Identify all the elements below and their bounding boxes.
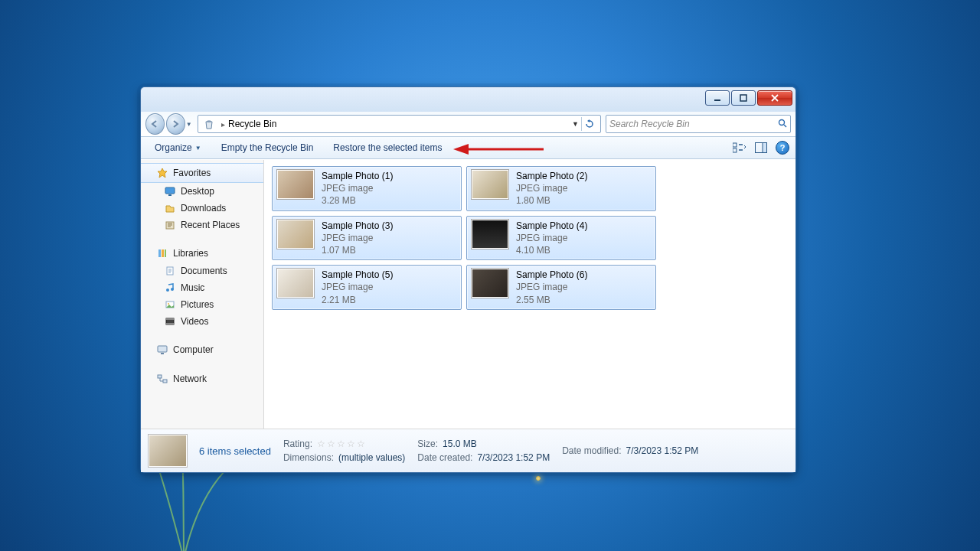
star-icon xyxy=(156,167,168,179)
address-bar[interactable]: ▸ Recycle Bin ▼ xyxy=(198,115,601,133)
maximize-icon xyxy=(740,94,747,102)
file-item[interactable]: Sample Photo (2) JPEG image 1.80 MB xyxy=(466,166,656,211)
file-thumbnail xyxy=(472,220,508,249)
preview-pane-button[interactable] xyxy=(754,141,768,155)
documents-icon xyxy=(164,265,176,277)
rating-stars[interactable]: ☆☆☆☆☆ xyxy=(317,439,367,449)
network-label: Network xyxy=(173,373,207,384)
file-size: 3.28 MB xyxy=(322,194,393,207)
pictures-icon xyxy=(164,298,176,311)
file-thumbnail xyxy=(277,170,314,199)
svg-rect-6 xyxy=(763,143,767,153)
sidebar-item-documents[interactable]: Documents xyxy=(141,262,263,279)
music-icon xyxy=(164,282,176,294)
svg-rect-3 xyxy=(733,143,737,147)
sidebar-item-label: Music xyxy=(181,282,204,293)
downloads-icon xyxy=(164,202,176,214)
search-placeholder: Search Recycle Bin xyxy=(609,119,690,129)
desktop-background: ▼ ▸ Recycle Bin ▼ Search Recycle Bin xyxy=(0,0,980,551)
refresh-icon xyxy=(585,119,594,129)
chevron-down-icon: ▼ xyxy=(195,145,201,152)
recent-places-icon xyxy=(164,219,176,231)
empty-recycle-bin-button[interactable]: Empty the Recycle Bin xyxy=(214,140,322,155)
file-type: JPEG image xyxy=(516,232,587,244)
search-icon xyxy=(778,119,787,130)
titlebar[interactable] xyxy=(141,87,795,112)
details-pane: 6 items selected Rating: ☆☆☆☆☆ Dimension… xyxy=(141,429,795,472)
svg-point-17 xyxy=(166,289,169,292)
breadcrumb-location[interactable]: Recycle Bin xyxy=(228,119,276,129)
file-grid[interactable]: Sample Photo (1) JPEG image 3.28 MB Samp… xyxy=(264,160,795,429)
file-item[interactable]: Sample Photo (1) JPEG image 3.28 MB xyxy=(272,166,462,211)
view-icon xyxy=(733,142,746,153)
preview-pane-icon xyxy=(755,142,767,153)
file-thumbnail xyxy=(277,269,314,298)
videos-icon xyxy=(164,315,176,328)
history-dropdown[interactable]: ▼ xyxy=(185,121,194,128)
file-item[interactable]: Sample Photo (4) JPEG image 4.10 MB xyxy=(466,216,656,261)
sidebar-item-videos[interactable]: Videos xyxy=(141,313,263,330)
file-thumbnail xyxy=(472,170,508,199)
sidebar-item-downloads[interactable]: Downloads xyxy=(141,200,263,217)
sidebar-item-label: Desktop xyxy=(181,186,214,197)
computer-label: Computer xyxy=(173,344,214,355)
svg-point-2 xyxy=(779,119,785,125)
file-item[interactable]: Sample Photo (6) JPEG image 2.55 MB xyxy=(466,265,656,310)
minimize-button[interactable] xyxy=(705,90,730,106)
file-type: JPEG image xyxy=(322,281,393,293)
back-arrow-icon xyxy=(150,119,159,129)
back-button[interactable] xyxy=(145,113,165,135)
search-input[interactable]: Search Recycle Bin xyxy=(606,115,791,133)
recycle-bin-icon xyxy=(203,118,215,130)
close-button[interactable] xyxy=(757,90,792,106)
forward-button[interactable] xyxy=(166,113,185,135)
date-modified-label: Date modified: xyxy=(562,445,621,456)
minimize-icon xyxy=(714,94,721,102)
svg-rect-15 xyxy=(165,249,166,257)
svg-rect-23 xyxy=(166,323,174,324)
sidebar-item-music[interactable]: Music xyxy=(141,279,263,296)
explorer-window: ▼ ▸ Recycle Bin ▼ Search Recycle Bin xyxy=(140,86,796,473)
svg-point-18 xyxy=(171,288,174,291)
svg-rect-25 xyxy=(161,353,164,354)
libraries-label: Libraries xyxy=(173,248,208,259)
help-button[interactable]: ? xyxy=(776,141,789,155)
file-type: JPEG image xyxy=(516,182,587,194)
sidebar-item-label: Recent Places xyxy=(181,220,240,230)
selection-count: 6 items selected xyxy=(199,445,271,457)
file-item[interactable]: Sample Photo (5) JPEG image 2.21 MB xyxy=(272,265,462,310)
file-name: Sample Photo (3) xyxy=(322,220,393,232)
file-name: Sample Photo (2) xyxy=(516,170,587,182)
sidebar-item-recent-places[interactable]: Recent Places xyxy=(141,217,263,233)
network-icon xyxy=(156,373,168,385)
address-dropdown-icon[interactable]: ▼ xyxy=(572,120,579,128)
file-name: Sample Photo (4) xyxy=(516,220,587,232)
desktop-icon xyxy=(164,185,176,197)
close-icon xyxy=(771,94,779,102)
sidebar-libraries-header[interactable]: Libraries xyxy=(141,244,263,262)
window-body: Favorites Desktop Downloads Recent Place… xyxy=(141,159,795,429)
date-created-label: Date created: xyxy=(417,452,472,463)
sidebar-item-network[interactable]: Network xyxy=(141,370,263,388)
view-options-button[interactable] xyxy=(733,141,746,155)
svg-marker-9 xyxy=(158,168,167,178)
file-size: 1.07 MB xyxy=(322,244,393,256)
organize-button[interactable]: Organize ▼ xyxy=(147,140,209,155)
sidebar-item-pictures[interactable]: Pictures xyxy=(141,296,263,313)
svg-point-20 xyxy=(168,303,169,305)
svg-rect-14 xyxy=(162,249,164,257)
restore-selected-button[interactable]: Restore the selected items xyxy=(325,140,449,155)
sidebar-item-desktop[interactable]: Desktop xyxy=(141,183,263,200)
file-name: Sample Photo (5) xyxy=(322,269,393,281)
svg-rect-10 xyxy=(165,187,175,194)
sidebar-item-computer[interactable]: Computer xyxy=(141,341,263,359)
refresh-button[interactable] xyxy=(581,117,597,131)
details-thumbnail xyxy=(149,435,187,467)
file-type: JPEG image xyxy=(516,281,587,293)
svg-rect-22 xyxy=(166,318,174,320)
file-item[interactable]: Sample Photo (3) JPEG image 1.07 MB xyxy=(272,216,462,261)
file-size: 1.80 MB xyxy=(516,194,587,207)
sidebar-favorites-header[interactable]: Favorites xyxy=(141,163,263,183)
file-name: Sample Photo (1) xyxy=(322,170,393,182)
maximize-button[interactable] xyxy=(731,90,756,106)
